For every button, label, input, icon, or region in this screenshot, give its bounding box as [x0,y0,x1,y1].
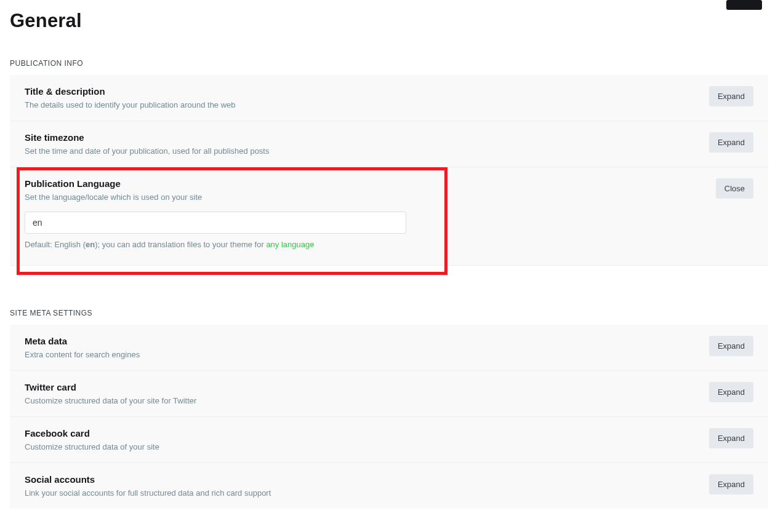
row-text: Meta data Extra content for search engin… [25,336,140,359]
help-bold: en [86,240,95,249]
row-desc: Customize structured data of your site [25,442,159,451]
row-social-accounts: Social accounts Link your social account… [10,463,768,509]
row-site-timezone: Site timezone Set the time and date of y… [10,121,768,167]
row-title: Site timezone [25,132,269,143]
row-title: Publication Language [25,178,202,189]
language-input-wrap [25,212,753,234]
row-publication-language: Publication Language Set the language/lo… [10,167,768,266]
section-label-publication-info: PUBLICATION INFO [10,59,768,68]
expand-button[interactable]: Expand [709,474,753,494]
row-desc: Extra content for search engines [25,350,140,359]
row-text: Site timezone Set the time and date of y… [25,132,269,156]
row-title: Social accounts [25,474,271,485]
help-prefix: Default: English ( [25,240,86,249]
close-button[interactable]: Close [716,178,753,199]
expand-button[interactable]: Expand [709,86,753,106]
language-help-text: Default: English (en); you can add trans… [25,240,753,249]
row-desc: Set the language/locale which is used on… [25,193,202,202]
top-bar [10,0,768,10]
row-text: Facebook card Customize structured data … [25,428,159,451]
row-text: Twitter card Customize structured data o… [25,382,196,405]
row-text: Publication Language Set the language/lo… [25,178,202,202]
expand-button[interactable]: Expand [709,336,753,356]
expand-button[interactable]: Expand [709,382,753,402]
site-meta-rows: Meta data Extra content for search engin… [10,325,768,509]
save-button[interactable] [726,0,762,10]
expand-button[interactable]: Expand [709,132,753,153]
row-text: Title & description The details used to … [25,86,236,109]
publication-language-input[interactable] [25,212,406,234]
row-title: Meta data [25,336,140,346]
publication-info-rows: Title & description The details used to … [10,75,768,266]
row-desc: Set the time and date of your publicatio… [25,146,269,156]
row-desc: Customize structured data of your site f… [25,396,196,405]
row-twitter-card: Twitter card Customize structured data o… [10,371,768,417]
row-title: Twitter card [25,382,196,392]
row-desc: The details used to identify your public… [25,100,236,109]
page-title: General [10,10,768,32]
row-title-description: Title & description The details used to … [10,75,768,121]
row-facebook-card: Facebook card Customize structured data … [10,417,768,463]
row-meta-data: Meta data Extra content for search engin… [10,325,768,371]
row-text: Social accounts Link your social account… [25,474,271,498]
expand-button[interactable]: Expand [709,428,753,448]
help-middle: ); you can add translation files to your… [95,240,266,249]
row-title: Facebook card [25,428,159,439]
row-title: Title & description [25,86,236,97]
expanded-header: Publication Language Set the language/lo… [25,178,753,202]
highlight-publication-language: Publication Language Set the language/lo… [10,167,768,266]
section-label-site-meta: SITE META SETTINGS [10,309,768,317]
row-desc: Link your social accounts for full struc… [25,488,271,498]
any-language-link[interactable]: any language [266,240,314,249]
